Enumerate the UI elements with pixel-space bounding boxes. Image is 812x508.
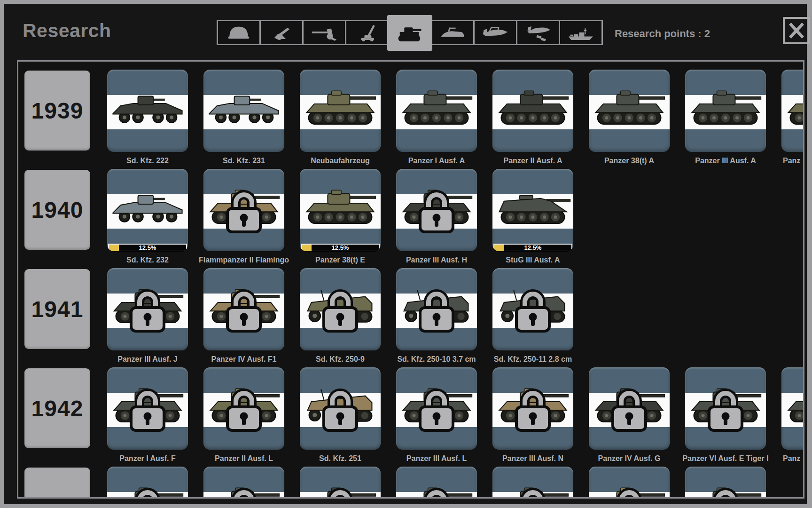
lock-icon	[803, 387, 804, 432]
research-card-sd-kfz-232[interactable]: 12.5%	[107, 169, 188, 251]
research-card-unknown[interactable]	[396, 467, 477, 499]
tab-ships[interactable]	[559, 20, 603, 45]
progress-percent: 12.5%	[109, 245, 186, 251]
card-label: Panzer 38(t) E	[291, 256, 390, 265]
research-card-panz[interactable]	[781, 367, 804, 450]
vehicle-image	[109, 84, 186, 127]
card-label: Flammpanzer II Flamingo	[195, 256, 293, 265]
card-label: Panzer VI Ausf. E Tiger I	[676, 454, 775, 464]
lock-icon	[514, 387, 552, 432]
vehicle-image	[109, 183, 186, 226]
card-label: Sd. Kfz. 222	[98, 157, 197, 166]
lock-icon	[225, 288, 263, 333]
research-card-sd-kfz-250-11-2-8-cm[interactable]	[492, 268, 573, 350]
card-label: Sd. Kfz. 250-9	[291, 355, 390, 365]
lock-icon	[418, 387, 455, 432]
research-card-panzer-iii-ausf-h[interactable]	[396, 169, 477, 251]
research-progress-bar: 12.5%	[301, 244, 380, 251]
research-card-sd-kfz-250-10-3-7-cm[interactable]	[396, 268, 477, 350]
research-card-panzer-iv-ausf-g[interactable]	[589, 367, 670, 450]
research-card-unknown[interactable]	[492, 467, 573, 499]
ship-icon	[567, 23, 595, 42]
card-label: Neubaufahrzeug	[291, 157, 390, 166]
research-card-panzer-ii-ausf-a[interactable]	[492, 70, 573, 152]
research-card-panzer-vi-ausf-e-tiger-i[interactable]	[685, 367, 766, 450]
tab-artillery[interactable]	[259, 20, 304, 45]
lock-icon	[225, 486, 263, 499]
lock-icon	[514, 486, 552, 499]
card-label: Panz	[783, 454, 804, 464]
research-card-sd-kfz-231[interactable]	[203, 70, 284, 152]
lock-icon	[707, 486, 744, 499]
year-badge-1941: 1941	[24, 269, 90, 349]
at-gun-icon	[310, 23, 338, 42]
lock-icon	[418, 288, 455, 333]
research-card-panzer-iii-ausf-a[interactable]	[685, 70, 766, 152]
card-label: Panzer 38(t) A	[580, 157, 679, 166]
field-gun-icon	[267, 23, 296, 42]
research-card-panzer-iii-ausf-j[interactable]	[107, 268, 188, 350]
research-progress-bar: 12.5%	[493, 244, 572, 251]
card-label: Panzer III Ausf. J	[98, 355, 197, 365]
tab-infantry[interactable]	[217, 20, 261, 45]
card-label: Panz	[783, 157, 804, 166]
lock-icon	[225, 387, 263, 432]
research-card-flammpanzer-ii-flamingo[interactable]	[203, 169, 284, 251]
research-card-sd-kfz-251[interactable]	[300, 367, 381, 450]
tab-bombers[interactable]	[516, 20, 560, 45]
research-card-neubaufahrzeug[interactable]	[300, 70, 381, 152]
helmet-icon	[225, 23, 253, 42]
research-card-panzer-38-t-e[interactable]: 12.5%	[300, 169, 381, 251]
lock-icon	[610, 387, 648, 432]
research-card-sd-kfz-250-9[interactable]	[300, 268, 381, 350]
research-card-panzer-iii-ausf-l[interactable]	[396, 367, 477, 450]
research-card-panzer-i-ausf-a[interactable]	[396, 70, 477, 152]
lock-icon	[225, 189, 263, 234]
research-card-panz[interactable]	[781, 70, 804, 152]
research-card-unknown[interactable]	[203, 467, 284, 499]
vehicle-image	[783, 84, 804, 127]
research-card-panzer-ii-ausf-l[interactable]	[203, 367, 284, 450]
vehicle-image	[783, 381, 804, 425]
lock-icon	[129, 486, 166, 499]
research-card-unknown[interactable]	[589, 467, 670, 499]
card-label: Panzer IV Ausf. F1	[195, 355, 293, 365]
plane-icon	[481, 23, 509, 42]
close-button[interactable]	[783, 17, 810, 44]
research-card-stug-iii-ausf-a[interactable]: 12.5%	[492, 169, 573, 251]
research-card-unknown[interactable]	[685, 467, 766, 499]
tab-tanks[interactable]	[387, 15, 432, 51]
tab-planes[interactable]	[473, 20, 517, 45]
research-tree-panel[interactable]: 1939 Sd. Kfz. 222 Sd. Kfz. 231 Neubaufah…	[17, 60, 804, 499]
research-points: Research points : 2	[615, 28, 710, 40]
lock-icon	[321, 387, 359, 432]
card-label: Panzer III Ausf. L	[387, 454, 486, 464]
tab-vehicles[interactable]	[430, 20, 475, 45]
research-card-unknown[interactable]	[107, 467, 188, 499]
tab-anti-tank[interactable]	[302, 20, 346, 45]
lock-icon	[321, 288, 359, 333]
lock-icon	[418, 486, 455, 499]
card-label: Sd. Kfz. 231	[195, 157, 293, 166]
research-card-panzer-iv-ausf-f1[interactable]	[203, 268, 284, 350]
card-label: Panzer I Ausf. F	[98, 454, 197, 464]
research-card-sd-kfz-222[interactable]	[107, 70, 188, 152]
tank-icon	[394, 22, 426, 44]
year-badge	[24, 468, 90, 499]
aa-gun-icon	[353, 23, 381, 42]
close-icon	[788, 22, 805, 40]
card-label: Sd. Kfz. 232	[98, 256, 197, 265]
tab-anti-air[interactable]	[345, 20, 389, 45]
card-label: StuG III Ausf. A	[484, 256, 582, 265]
research-card-panzer-i-ausf-f[interactable]	[107, 367, 188, 450]
research-card-panzer-38-t-a[interactable]	[589, 70, 670, 152]
card-label: Panzer I Ausf. A	[387, 157, 486, 166]
research-card-unknown[interactable]	[300, 467, 381, 499]
lock-icon	[514, 288, 552, 333]
card-label: Sd. Kfz. 250-10 3.7 cm	[387, 355, 486, 365]
card-label: Panzer IV Ausf. G	[580, 454, 679, 464]
research-card-panzer-iii-ausf-n[interactable]	[492, 367, 573, 450]
year-badge-1939: 1939	[24, 71, 90, 151]
vehicle-image	[494, 183, 571, 226]
year-label: 1941	[31, 296, 84, 322]
